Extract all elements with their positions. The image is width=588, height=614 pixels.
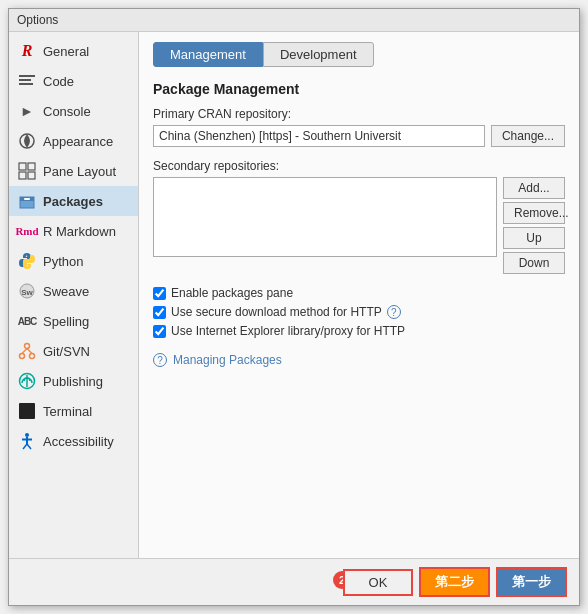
sidebar-label-packages: Packages <box>43 194 103 209</box>
secondary-buttons: Add... Remove... Up Down <box>503 177 565 274</box>
r-markdown-icon: Rmd <box>17 221 37 241</box>
svg-line-17 <box>27 349 32 354</box>
section-title: Package Management <box>153 81 565 97</box>
sidebar-label-general: General <box>43 44 89 59</box>
checkbox-enable-packages-pane: Enable packages pane <box>153 286 565 300</box>
appearance-icon <box>17 131 37 151</box>
ie-library-checkbox[interactable] <box>153 325 166 338</box>
svg-text:Sw: Sw <box>21 288 33 297</box>
publishing-icon <box>17 371 37 391</box>
sidebar-label-console: Console <box>43 104 91 119</box>
svg-rect-4 <box>19 163 26 170</box>
sidebar-item-general[interactable]: R General <box>9 36 138 66</box>
sidebar-label-python: Python <box>43 254 83 269</box>
sidebar-item-appearance[interactable]: Appearance <box>9 126 138 156</box>
sidebar-label-pane-layout: Pane Layout <box>43 164 116 179</box>
sidebar-item-spelling[interactable]: ABC Spelling <box>9 306 138 336</box>
tab-management[interactable]: Management <box>153 42 263 67</box>
up-button[interactable]: Up <box>503 227 565 249</box>
sidebar-label-accessibility: Accessibility <box>43 434 114 449</box>
tab-bar: Management Development <box>153 42 565 67</box>
accessibility-icon <box>17 431 37 451</box>
terminal-icon <box>17 401 37 421</box>
svg-rect-7 <box>28 172 35 179</box>
svg-point-21 <box>25 433 29 437</box>
window-title: Options <box>17 13 58 27</box>
ok-button[interactable]: OK <box>343 569 413 596</box>
down-button[interactable]: Down <box>503 252 565 274</box>
sidebar-label-terminal: Terminal <box>43 404 92 419</box>
sidebar-item-python[interactable]: Python <box>9 246 138 276</box>
cran-input[interactable] <box>153 125 485 147</box>
cran-row: Change... <box>153 125 565 147</box>
sidebar-item-r-markdown[interactable]: Rmd R Markdown <box>9 216 138 246</box>
pane-layout-icon <box>17 161 37 181</box>
step2-button[interactable]: 第二步 <box>419 567 490 597</box>
main-content: R General Code ► Console Appearance <box>9 32 579 558</box>
general-icon: R <box>17 41 37 61</box>
svg-line-24 <box>23 444 27 449</box>
sidebar-item-console[interactable]: ► Console <box>9 96 138 126</box>
main-panel: Management Development Package Managemen… <box>139 32 579 558</box>
sidebar-label-code: Code <box>43 74 74 89</box>
ok-btn-wrapper: 2 OK <box>343 569 413 596</box>
remove-button[interactable]: Remove... <box>503 202 565 224</box>
ie-library-label: Use Internet Explorer library/proxy for … <box>171 324 405 338</box>
svg-rect-0 <box>19 75 35 77</box>
svg-rect-10 <box>24 198 30 200</box>
secure-download-checkbox[interactable] <box>153 306 166 319</box>
title-bar: Options <box>9 9 579 32</box>
sidebar-item-code[interactable]: Code <box>9 66 138 96</box>
sidebar-label-appearance: Appearance <box>43 134 113 149</box>
sidebar: R General Code ► Console Appearance <box>9 32 139 558</box>
managing-packages-help-icon[interactable]: ? <box>153 353 167 367</box>
cran-label: Primary CRAN repository: <box>153 107 565 121</box>
secondary-list[interactable] <box>153 177 497 257</box>
svg-line-16 <box>22 349 27 354</box>
svg-point-14 <box>20 354 25 359</box>
sidebar-label-publishing: Publishing <box>43 374 103 389</box>
svg-rect-2 <box>19 83 33 85</box>
svg-rect-5 <box>28 163 35 170</box>
step1-button[interactable]: 第一步 <box>496 567 567 597</box>
sidebar-item-sweave[interactable]: Sw Sweave <box>9 276 138 306</box>
sidebar-label-git-svn: Git/SVN <box>43 344 90 359</box>
svg-line-25 <box>27 444 31 449</box>
secondary-area: Add... Remove... Up Down <box>153 177 565 274</box>
sidebar-item-packages[interactable]: Packages <box>9 186 138 216</box>
spelling-icon: ABC <box>17 311 37 331</box>
sidebar-label-sweave: Sweave <box>43 284 89 299</box>
sweave-icon: Sw <box>17 281 37 301</box>
python-icon <box>17 251 37 271</box>
sidebar-item-pane-layout[interactable]: Pane Layout <box>9 156 138 186</box>
secure-download-help-icon[interactable]: ? <box>387 305 401 319</box>
console-icon: ► <box>17 101 37 121</box>
packages-icon <box>17 191 37 211</box>
footer: 2 OK 第二步 第一步 Cancel Apply <box>9 558 579 605</box>
add-button[interactable]: Add... <box>503 177 565 199</box>
sidebar-label-spelling: Spelling <box>43 314 89 329</box>
sidebar-item-terminal[interactable]: Terminal <box>9 396 138 426</box>
managing-packages-link[interactable]: Managing Packages <box>173 353 282 367</box>
sidebar-item-publishing[interactable]: Publishing <box>9 366 138 396</box>
options-window: Options R General Code ► Console <box>8 8 580 606</box>
checkbox-ie-library: Use Internet Explorer library/proxy for … <box>153 324 565 338</box>
svg-rect-1 <box>19 79 31 81</box>
sidebar-item-git-svn[interactable]: Git/SVN <box>9 336 138 366</box>
sidebar-label-r-markdown: R Markdown <box>43 224 116 239</box>
secondary-label: Secondary repositories: <box>153 159 565 173</box>
sidebar-item-accessibility[interactable]: Accessibility <box>9 426 138 456</box>
svg-point-15 <box>30 354 35 359</box>
code-icon <box>17 71 37 91</box>
enable-packages-pane-label: Enable packages pane <box>171 286 293 300</box>
checkbox-secure-download: Use secure download method for HTTP ? <box>153 305 565 319</box>
managing-packages-row: ? Managing Packages <box>153 353 565 367</box>
secure-download-label: Use secure download method for HTTP <box>171 305 382 319</box>
change-button[interactable]: Change... <box>491 125 565 147</box>
tab-development[interactable]: Development <box>263 42 374 67</box>
svg-rect-6 <box>19 172 26 179</box>
svg-rect-20 <box>19 403 35 419</box>
svg-point-13 <box>25 344 30 349</box>
git-svn-icon <box>17 341 37 361</box>
enable-packages-pane-checkbox[interactable] <box>153 287 166 300</box>
